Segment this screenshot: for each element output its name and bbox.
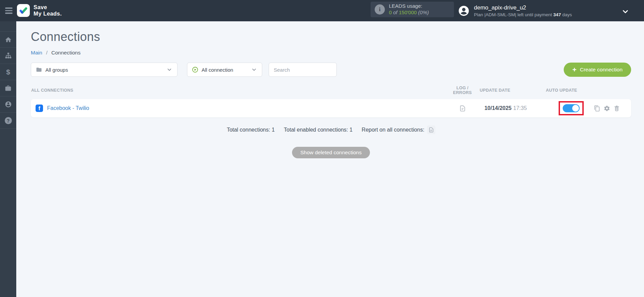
dollar-icon: $ — [6, 68, 10, 76]
header-log-errors: LOG / ERRORS — [447, 86, 478, 95]
briefcase-icon — [5, 85, 12, 92]
facebook-icon: f — [36, 105, 43, 112]
log-document-icon[interactable] — [459, 105, 466, 112]
breadcrumb-main-link[interactable]: Main — [31, 50, 42, 55]
connection-status-select[interactable]: All connection — [187, 63, 262, 77]
report-document-icon[interactable] — [427, 125, 435, 134]
breadcrumb-current: Connections — [51, 50, 81, 55]
connection-status-value: All connection — [202, 67, 233, 73]
update-date-cell: 10/14/202517:35 — [478, 105, 534, 111]
chevron-down-icon — [251, 67, 257, 73]
total-connections: Total connections: 1 — [227, 127, 274, 133]
username: demo_apix-drive_u2 — [474, 4, 572, 11]
deleted-section: Show deleted connections — [31, 147, 631, 158]
copy-icon[interactable] — [594, 105, 600, 112]
page-title: Connections — [31, 30, 631, 44]
leads-usage-value: 0 of 150'000 (0%) — [389, 9, 429, 16]
connection-name-link[interactable]: Facebook - Twilio — [47, 105, 89, 111]
table-header: ALL CONNECTIONS LOG / ERRORS UPDATE DATE… — [31, 86, 631, 99]
gear-icon[interactable] — [604, 105, 610, 112]
hamburger-menu-icon[interactable] — [5, 7, 13, 14]
logo-text: Save My Leads. — [34, 4, 62, 17]
chevron-down-icon — [166, 67, 172, 73]
groups-filter-select[interactable]: All groups — [31, 63, 178, 77]
user-icon — [5, 101, 12, 108]
sidebar-item-services[interactable] — [0, 80, 16, 96]
sidebar-item-billing[interactable]: $ — [0, 64, 16, 80]
leads-usage-widget: i LEADS usage: 0 of 150'000 (0%) — [371, 2, 454, 17]
sidebar-item-connections[interactable] — [0, 48, 16, 64]
folder-icon — [36, 67, 42, 73]
left-sidebar: $ ? — [0, 21, 16, 297]
info-icon: i — [375, 4, 385, 15]
show-deleted-connections-button[interactable]: Show deleted connections — [292, 147, 370, 158]
create-connection-button[interactable]: + Create connection — [564, 63, 631, 77]
header-update-date: UPDATE DATE — [478, 88, 534, 93]
leads-usage-label: LEADS usage: — [389, 3, 429, 9]
plan-info: Plan |ADM-SML-SM| left until payment 347… — [474, 12, 572, 17]
home-icon — [5, 36, 12, 43]
filter-bar: All groups All connection + Create conne… — [31, 63, 631, 77]
red-highlight-box — [559, 101, 584, 115]
chevron-down-icon[interactable] — [621, 7, 629, 17]
search-input[interactable] — [269, 63, 337, 77]
breadcrumb-separator: / — [46, 50, 47, 55]
sitemap-icon — [5, 52, 12, 59]
sidebar-item-account[interactable] — [0, 96, 16, 113]
plus-icon: + — [572, 66, 576, 73]
logo-checkmark-icon — [17, 4, 30, 17]
trash-icon[interactable] — [614, 105, 620, 112]
header-auto-update: AUTO UPDATE — [534, 88, 589, 93]
sidebar-item-home[interactable] — [0, 31, 16, 48]
help-icon: ? — [5, 117, 12, 124]
summary-bar: Total connections: 1 Total enabled conne… — [31, 125, 631, 134]
header-all-connections: ALL CONNECTIONS — [31, 88, 447, 93]
play-circle-icon — [192, 67, 198, 73]
table-row: f Facebook - Twilio 10/14/202517:35 — [31, 99, 631, 117]
groups-filter-value: All groups — [45, 67, 68, 73]
breadcrumb: Main / Connections — [31, 50, 631, 56]
avatar — [458, 5, 470, 17]
app-logo[interactable]: Save My Leads. — [17, 4, 62, 17]
top-header: Save My Leads. i LEADS usage: 0 of 150'0… — [0, 0, 644, 21]
report-all-connections: Report on all connections: — [362, 125, 435, 134]
main-content: Connections Main / Connections All group… — [16, 21, 644, 297]
sidebar-item-help[interactable]: ? — [0, 113, 16, 129]
total-enabled-connections: Total enabled connections: 1 — [284, 127, 353, 133]
auto-update-toggle[interactable] — [563, 104, 580, 112]
user-account-menu[interactable]: demo_apix-drive_u2 Plan |ADM-SML-SM| lef… — [458, 0, 572, 21]
